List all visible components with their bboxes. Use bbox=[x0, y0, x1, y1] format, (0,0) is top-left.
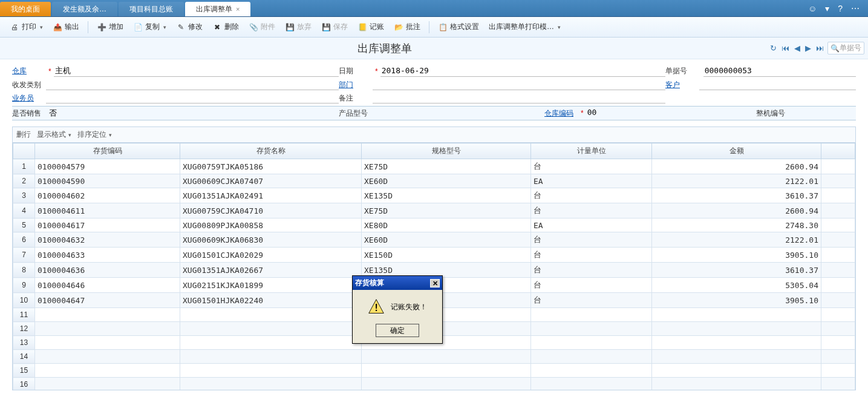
attach-button[interactable]: 📎附件 bbox=[245, 21, 279, 33]
post-button[interactable]: 📒记账 bbox=[354, 21, 388, 33]
modify-button[interactable]: ✎修改 bbox=[172, 21, 206, 33]
refresh-icon[interactable]: ↻ bbox=[769, 42, 778, 54]
value-productmodel[interactable] bbox=[373, 108, 544, 119]
label-rdtype: 收发类别 bbox=[12, 80, 46, 90]
error-dialog: 存货核算 ✕ ! 记账失败！ 确定 bbox=[352, 275, 443, 344]
layout-icon: 📋 bbox=[438, 22, 448, 32]
save-button[interactable]: 💾保存 bbox=[318, 21, 351, 33]
col-header-5[interactable]: 金额 bbox=[652, 143, 821, 159]
label-memo: 备注 bbox=[339, 93, 373, 103]
next-icon[interactable]: ▶ bbox=[804, 42, 812, 54]
tab-2[interactable]: 项目科目总账 bbox=[119, 2, 184, 16]
svg-text:!: ! bbox=[374, 303, 377, 313]
export-icon: 📤 bbox=[53, 22, 62, 32]
table-row[interactable]: 40100004611XUG00759CJKA04710XE75D台2600.9… bbox=[13, 203, 855, 218]
label-dept[interactable]: 部门 bbox=[339, 80, 373, 90]
table-row[interactable]: 60100004632XUG00609KJKA06830XE60D台2122.0… bbox=[13, 232, 855, 248]
value-date[interactable]: 2018-06-29 bbox=[380, 66, 665, 77]
copy-button[interactable]: 📄复制▾ bbox=[129, 21, 170, 33]
dialog-titlebar[interactable]: 存货核算 ✕ bbox=[353, 276, 442, 290]
delete-icon: ✖ bbox=[212, 22, 222, 32]
value-customer[interactable] bbox=[699, 79, 856, 90]
tab-1[interactable]: 发生额及余… bbox=[52, 2, 117, 16]
add-button[interactable]: ➕增加 bbox=[93, 21, 127, 33]
table-row[interactable]: 30100004602XUG01351AJKA02491XE135D台3610.… bbox=[13, 188, 855, 203]
value-dept[interactable] bbox=[373, 79, 665, 90]
page-title: 出库调整单 bbox=[0, 41, 769, 56]
value-memo[interactable] bbox=[373, 93, 665, 103]
first-icon[interactable]: ⏮ bbox=[780, 42, 791, 54]
display-format-button[interactable]: 显示格式 ▾ bbox=[37, 130, 71, 140]
col-header-1[interactable]: 存货编码 bbox=[35, 143, 180, 159]
table-row[interactable]: 50100004617XUG00809PJKA00858XE80DEA2748.… bbox=[13, 218, 855, 232]
doc-search[interactable]: 🔍单据号 bbox=[827, 42, 864, 54]
note-icon: 📂 bbox=[394, 22, 403, 32]
table-wrap[interactable]: 存货编码存货名称规格型号计量单位金额 10100004579XUG00759TJ… bbox=[12, 142, 856, 390]
table-row[interactable]: 10100004579XUG00759TJKA05186XE75D台2600.9… bbox=[13, 159, 855, 174]
label-issale: 是否销售 bbox=[12, 108, 46, 119]
smiley-icon[interactable]: ☺ bbox=[808, 4, 817, 13]
col-header-6[interactable] bbox=[821, 143, 855, 159]
titlebar-right: ☺ ▾ ? ⋯ bbox=[808, 0, 868, 16]
close-icon[interactable]: ✕ bbox=[430, 279, 440, 287]
label-date: 日期 bbox=[339, 66, 373, 76]
paperclip-icon: 📎 bbox=[249, 22, 258, 32]
delete-row-button[interactable]: 删行 bbox=[16, 130, 31, 140]
magnifier-icon: 🔍 bbox=[830, 44, 840, 53]
print-template-button[interactable]: 出库调整单打印模…▾ bbox=[485, 21, 564, 33]
help-icon[interactable]: ? bbox=[838, 4, 843, 13]
table-row[interactable]: 14 bbox=[13, 350, 855, 364]
col-header-3[interactable]: 规格型号 bbox=[362, 143, 531, 159]
warning-icon: ! bbox=[368, 298, 385, 315]
last-icon[interactable]: ⏭ bbox=[815, 42, 825, 54]
table-toolbar: 删行 显示格式 ▾ 排序定位 ▾ bbox=[12, 126, 856, 142]
value-issale[interactable]: 否 bbox=[48, 108, 339, 119]
printer-icon: 🖨 bbox=[10, 22, 19, 32]
more-icon[interactable]: ⋯ bbox=[851, 4, 860, 13]
label-docno: 单据号 bbox=[665, 66, 699, 76]
dialog-title-text: 存货核算 bbox=[355, 278, 384, 288]
batch-button[interactable]: 📂批注 bbox=[390, 21, 424, 33]
chevron-down-icon[interactable]: ▾ bbox=[825, 4, 829, 13]
plus-icon: ➕ bbox=[97, 22, 106, 32]
prev-icon[interactable]: ◀ bbox=[793, 42, 801, 54]
label-machineno: 整机编号 bbox=[756, 108, 790, 119]
sort-locate-button[interactable]: 排序定位 ▾ bbox=[77, 130, 112, 140]
print-button[interactable]: 🖨打印▾ bbox=[6, 21, 47, 33]
ok-button[interactable]: 确定 bbox=[376, 324, 419, 337]
col-header-0[interactable] bbox=[13, 143, 35, 159]
nav-controls: ↻ ⏮ ◀ ▶ ⏭ 🔍单据号 bbox=[769, 42, 868, 54]
value-rdtype[interactable] bbox=[46, 79, 339, 90]
discard-icon: 💾 bbox=[285, 22, 295, 32]
delete-button[interactable]: ✖删除 bbox=[209, 21, 243, 33]
format-button[interactable]: 📋格式设置 bbox=[434, 21, 483, 33]
table-row[interactable]: 15 bbox=[13, 364, 855, 378]
col-header-2[interactable]: 存货名称 bbox=[180, 143, 362, 159]
value-operator[interactable] bbox=[46, 93, 339, 103]
save-icon: 💾 bbox=[321, 22, 331, 32]
value-docno[interactable]: 0000000053 bbox=[703, 66, 856, 77]
label-whcode[interactable]: 仓库编码 bbox=[544, 108, 578, 119]
col-header-4[interactable]: 计量单位 bbox=[531, 143, 652, 159]
value-machineno[interactable] bbox=[790, 108, 856, 119]
pencil-icon: ✎ bbox=[176, 22, 186, 32]
toolbar: 🖨打印▾ 📤输出 ➕增加 📄复制▾ ✎修改 ✖删除 📎附件 💾放弃 💾保存 📒记… bbox=[0, 17, 868, 38]
label-operator[interactable]: 业务员 bbox=[12, 93, 46, 103]
output-button[interactable]: 📤输出 bbox=[49, 21, 83, 33]
close-icon[interactable]: × bbox=[236, 5, 240, 13]
tab-0[interactable]: 我的桌面 bbox=[0, 2, 51, 16]
dialog-message: 记账失败！ bbox=[391, 302, 427, 312]
table-row[interactable]: 16 bbox=[13, 378, 855, 391]
value-whcode[interactable]: 00 bbox=[586, 108, 756, 119]
table-row[interactable]: 70100004633XUG01501CJKA02029XE150D台3905.… bbox=[13, 248, 855, 263]
tab-3[interactable]: 出库调整单× bbox=[185, 2, 250, 16]
copy-icon: 📄 bbox=[133, 22, 143, 32]
label-customer[interactable]: 客户 bbox=[665, 80, 699, 90]
titlebar: 我的桌面发生额及余…项目科目总账出库调整单× ☺ ▾ ? ⋯ bbox=[0, 0, 868, 17]
table-row[interactable]: 20100004590XUG00609CJKA07407XE60DEA2122.… bbox=[13, 174, 855, 188]
discard-button[interactable]: 💾放弃 bbox=[281, 21, 315, 33]
label-warehouse[interactable]: 仓库 bbox=[12, 66, 46, 76]
page-title-bar: 出库调整单 ↻ ⏮ ◀ ▶ ⏭ 🔍单据号 bbox=[0, 38, 868, 59]
value-warehouse[interactable]: 主机 bbox=[54, 65, 339, 77]
tabs: 我的桌面发生额及余…项目科目总账出库调整单× bbox=[0, 2, 252, 16]
